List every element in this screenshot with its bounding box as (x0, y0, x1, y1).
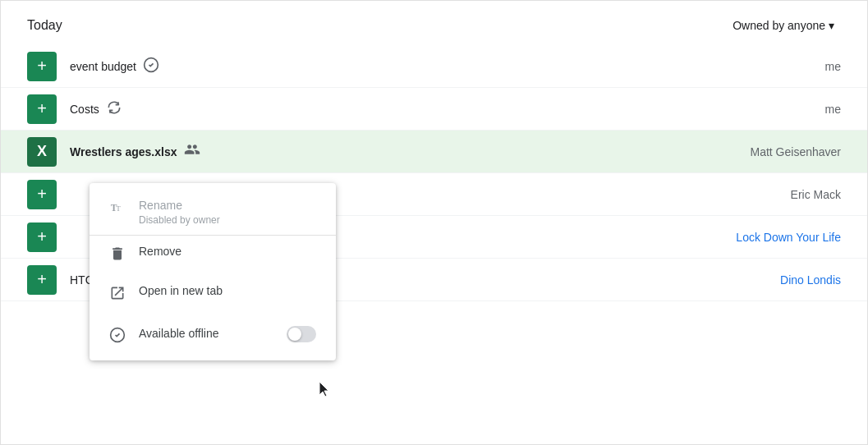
rename-label: Rename (139, 198, 220, 214)
owner-name: Lock Down Your Life (710, 231, 841, 244)
available-offline-text-area: Available offline (139, 326, 219, 342)
rename-sublabel: Disabled by owner (139, 214, 220, 227)
rename-icon: T T (109, 200, 126, 216)
open-new-tab-label: Open in new tab (139, 283, 223, 300)
rename-text-area: Rename Disabled by owner (139, 198, 220, 227)
context-menu: T T Rename Disabled by owner Remove (90, 183, 336, 360)
remove-icon (109, 245, 126, 262)
available-offline-icon (109, 327, 126, 343)
owned-by-label: Owned by anyone (733, 19, 825, 32)
file-name-area: Wrestlers ages.xlsx (70, 141, 710, 162)
owned-by-button[interactable]: Owned by anyone ▾ (726, 16, 841, 35)
sync-icon (106, 99, 122, 119)
main-container: Today Owned by anyone ▾ + event budget m… (0, 0, 868, 445)
checkmark-badge (143, 57, 159, 76)
file-name-area: event budget (70, 57, 710, 76)
dropdown-icon: ▾ (829, 19, 834, 32)
open-new-tab-menu-item[interactable]: Open in new tab (90, 275, 336, 314)
remove-label: Remove (139, 244, 181, 260)
excel-icon: X (27, 137, 57, 167)
file-row[interactable]: + Costs me (1, 88, 867, 131)
open-new-tab-text-area: Open in new tab (139, 283, 223, 300)
owner-name: Dino Londis (710, 273, 841, 287)
open-new-tab-icon (109, 285, 126, 301)
owner-name: Matt Geisenhaver (710, 145, 841, 158)
rename-menu-item[interactable]: T T Rename Disabled by owner (90, 190, 336, 235)
header-row: Today Owned by anyone ▾ (1, 1, 867, 45)
remove-text-area: Remove (139, 244, 181, 260)
sheets-icon: + (27, 94, 57, 124)
sheets-icon: + (27, 52, 57, 81)
available-offline-label: Available offline (139, 326, 219, 342)
owner-name: Eric Mack (710, 188, 841, 201)
file-row[interactable]: + event budget me (1, 45, 867, 88)
file-name-area: Costs (70, 99, 710, 119)
file-name: Wrestlers ages.xlsx (70, 145, 177, 158)
shared-icon (184, 141, 200, 162)
toggle-thumb (288, 328, 301, 341)
sheets-icon: + (27, 180, 57, 209)
toggle-track (287, 326, 316, 342)
owner-name: me (710, 60, 841, 73)
available-offline-menu-item[interactable]: Available offline (90, 314, 336, 354)
available-offline-toggle[interactable] (287, 326, 316, 342)
svg-text:T: T (116, 204, 121, 213)
file-name: event budget (70, 60, 136, 73)
file-name: Costs (70, 103, 99, 116)
section-title: Today (27, 18, 62, 33)
file-row-wrestlers[interactable]: X Wrestlers ages.xlsx Matt Geisenhaver (1, 131, 867, 173)
sheets-icon: + (27, 265, 57, 295)
sheets-icon: + (27, 222, 57, 252)
owner-name: me (710, 103, 841, 116)
mouse-cursor (316, 380, 333, 410)
remove-menu-item[interactable]: Remove (90, 236, 336, 275)
